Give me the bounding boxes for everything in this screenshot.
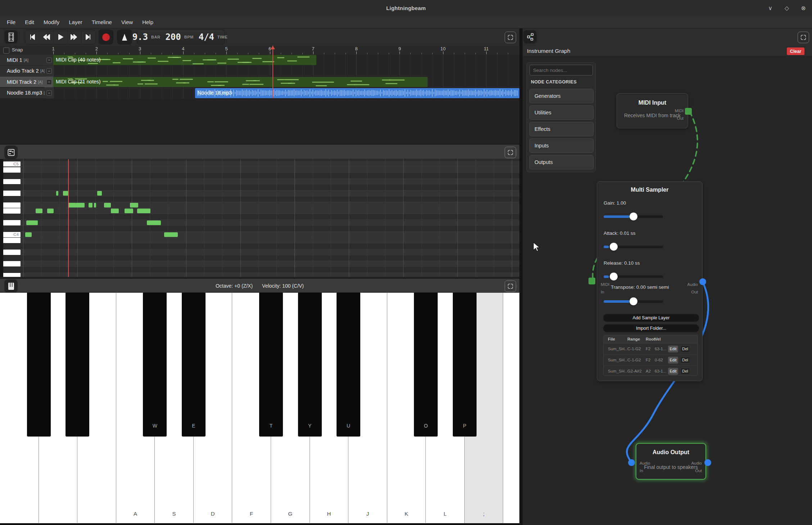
gain-slider[interactable]	[604, 213, 663, 220]
midi-note[interactable]	[111, 209, 119, 213]
node-multi-sampler[interactable]: Multi Sampler Gain: 1.00 Attack: 0.01 ss…	[597, 181, 703, 381]
close-button[interactable]: ⊗	[800, 5, 807, 12]
node-canvas[interactable]: NODE CATEGORIES GeneratorsUtilitiesEffec…	[523, 57, 812, 525]
midi-note[interactable]	[56, 191, 58, 196]
maximize-button[interactable]: ◇	[783, 5, 790, 12]
black-key-U[interactable]: U	[337, 293, 360, 437]
audio-clip[interactable]: Noodle 18.mp3	[195, 88, 519, 98]
graph-expand-button[interactable]	[798, 32, 809, 43]
track-label[interactable]: MIDI 1[A]	[0, 55, 45, 65]
roll-key[interactable]	[3, 273, 21, 277]
piano-roll-expand-button[interactable]	[505, 147, 516, 158]
black-key-T[interactable]: T	[259, 293, 283, 437]
roll-key[interactable]	[3, 179, 21, 184]
midi-note[interactable]	[26, 220, 38, 225]
track-label[interactable]: Noodle 18.mp3[A]	[0, 88, 45, 99]
midi-note[interactable]	[147, 220, 161, 225]
roll-key[interactable]	[3, 208, 21, 214]
clips-view-button[interactable]	[4, 146, 18, 159]
category-inputs[interactable]: Inputs	[529, 138, 594, 153]
black-key-O[interactable]: O	[414, 293, 438, 437]
black-key[interactable]	[66, 293, 89, 437]
film-button[interactable]	[4, 30, 18, 44]
fast-forward-button[interactable]	[68, 30, 82, 44]
node-midi-input[interactable]: MIDI Input Receives MIDI from track MIDI…	[617, 93, 688, 128]
menu-layer[interactable]: Layer	[64, 16, 87, 28]
attack-slider[interactable]	[604, 243, 663, 251]
edit-button[interactable]: Edit	[668, 368, 678, 375]
metronome-button[interactable]	[117, 29, 132, 45]
menu-file[interactable]: File	[2, 16, 20, 28]
midi-note[interactable]	[104, 203, 111, 207]
keyboard-expand-button[interactable]	[505, 280, 516, 292]
minimize-button[interactable]: ∨	[767, 5, 774, 12]
slider-thumb[interactable]	[630, 213, 637, 220]
midi-note[interactable]	[137, 209, 150, 213]
audio-out-connector[interactable]	[699, 278, 706, 285]
record-button[interactable]	[98, 29, 113, 45]
track-row[interactable]: MIDI Track 2[A]MIDI Clip (21 notes)	[0, 77, 519, 87]
roll-key[interactable]	[3, 191, 21, 196]
import-folder-button[interactable]: Import Folder...	[603, 324, 699, 332]
midi-in-connector[interactable]	[588, 278, 595, 284]
track-row[interactable]: Audio Track 2[A]	[0, 66, 519, 77]
black-key-P[interactable]: P	[453, 293, 477, 437]
track-row[interactable]: Noodle 18.mp3[A]Noodle 18.mp3	[0, 88, 519, 99]
skip-to-start-button[interactable]	[25, 30, 39, 44]
midi-clip[interactable]: MIDI Clip (40 notes)	[53, 55, 316, 65]
track-label[interactable]: Audio Track 2[A]	[0, 66, 45, 77]
midi-note[interactable]	[68, 203, 85, 207]
track-checkbox[interactable]	[46, 90, 52, 96]
category-effects[interactable]: Effects	[529, 122, 594, 136]
black-key-Y[interactable]: Y	[298, 293, 322, 437]
audio-output-out-connector[interactable]	[704, 459, 711, 466]
timeline-ruler[interactable]: Snap 1234567891011	[0, 46, 519, 55]
menu-edit[interactable]: Edit	[20, 16, 39, 28]
black-key-E[interactable]: E	[182, 293, 206, 437]
midi-note[interactable]	[130, 203, 138, 207]
track-checkbox[interactable]	[46, 68, 52, 74]
clear-button[interactable]: Clear	[787, 47, 804, 55]
audio-in-connector[interactable]	[628, 459, 635, 466]
release-slider[interactable]	[604, 273, 663, 280]
transpose-slider[interactable]	[604, 297, 663, 305]
play-button[interactable]	[53, 30, 67, 44]
midi-note[interactable]	[164, 232, 178, 237]
menu-view[interactable]: View	[117, 16, 137, 28]
rewind-button[interactable]	[39, 30, 53, 44]
timeline-expand-button[interactable]	[505, 32, 516, 43]
white-key[interactable]	[503, 293, 519, 523]
category-generators[interactable]: Generators	[529, 89, 594, 103]
track-lanes[interactable]: MIDI 1[A]MIDI Clip (40 notes)Audio Track…	[0, 55, 519, 99]
midi-note[interactable]	[25, 232, 32, 237]
roll-key[interactable]	[3, 250, 21, 255]
midi-out-connector[interactable]	[685, 108, 692, 115]
skip-to-end-button[interactable]	[82, 30, 95, 44]
midi-note[interactable]	[94, 203, 96, 207]
midi-note[interactable]	[47, 209, 54, 213]
slider-thumb[interactable]	[630, 297, 637, 305]
edit-button[interactable]: Edit	[668, 346, 678, 352]
category-outputs[interactable]: Outputs	[529, 155, 594, 169]
roll-key[interactable]	[3, 261, 21, 266]
snap-checkbox[interactable]	[3, 47, 9, 54]
slider-thumb[interactable]	[610, 243, 618, 251]
midi-note[interactable]	[97, 191, 102, 196]
add-sample-layer-button[interactable]: Add Sample Layer	[603, 314, 699, 322]
menu-help[interactable]: Help	[137, 16, 158, 28]
track-checkbox[interactable]	[46, 58, 52, 63]
track-label[interactable]: MIDI Track 2[A]	[0, 77, 45, 87]
virtual-keyboard[interactable]: ASDFGHJKL;WETYUOP	[0, 293, 519, 525]
roll-key[interactable]: C5	[3, 161, 21, 167]
panel-divider[interactable]	[519, 28, 523, 525]
search-input[interactable]	[529, 65, 593, 76]
track-checkbox[interactable]	[46, 79, 52, 85]
midi-note[interactable]	[125, 209, 133, 213]
del-button[interactable]: Del	[680, 346, 690, 352]
roll-key[interactable]	[3, 238, 21, 243]
del-button[interactable]: Del	[680, 357, 690, 364]
roll-key[interactable]	[3, 167, 21, 173]
menu-timeline[interactable]: Timeline	[87, 16, 117, 28]
piano-roll[interactable]: C5C4	[0, 159, 519, 277]
edit-button[interactable]: Edit	[668, 357, 678, 364]
